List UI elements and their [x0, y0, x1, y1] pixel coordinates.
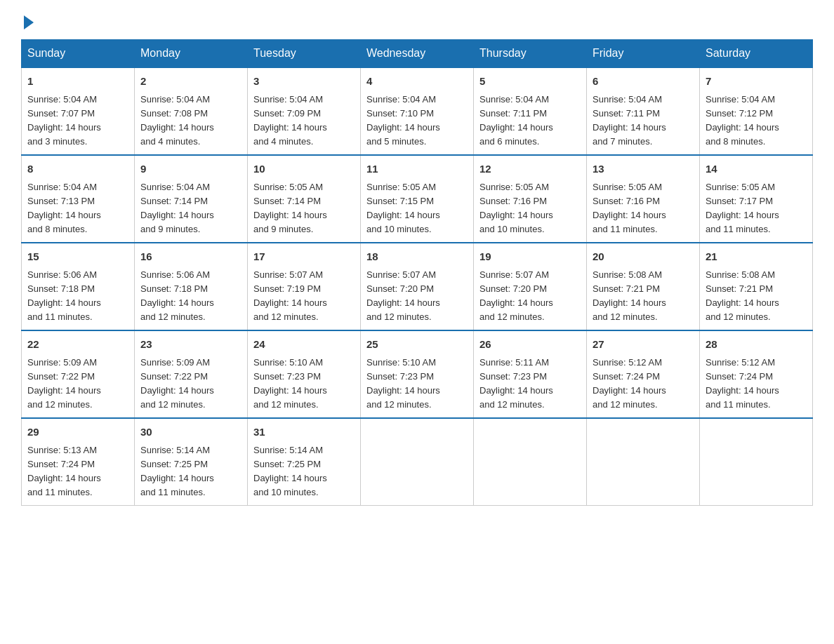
day-number: 19 — [479, 249, 581, 265]
calendar-cell: 2 Sunrise: 5:04 AMSunset: 7:08 PMDayligh… — [135, 67, 248, 155]
day-number: 25 — [366, 337, 468, 353]
day-info: Sunrise: 5:12 AMSunset: 7:24 PMDaylight:… — [593, 357, 666, 410]
calendar-cell: 25 Sunrise: 5:10 AMSunset: 7:23 PMDaylig… — [361, 330, 474, 418]
day-info: Sunrise: 5:05 AMSunset: 7:16 PMDaylight:… — [593, 182, 666, 234]
day-info: Sunrise: 5:08 AMSunset: 7:21 PMDaylight:… — [706, 269, 779, 322]
day-number: 17 — [253, 249, 355, 265]
calendar-cell: 15 Sunrise: 5:06 AMSunset: 7:18 PMDaylig… — [22, 243, 135, 330]
day-number: 23 — [140, 337, 241, 353]
day-info: Sunrise: 5:07 AMSunset: 7:20 PMDaylight:… — [479, 269, 553, 322]
calendar-cell: 24 Sunrise: 5:10 AMSunset: 7:23 PMDaylig… — [248, 330, 361, 418]
calendar-cell: 7 Sunrise: 5:04 AMSunset: 7:12 PMDayligh… — [700, 67, 813, 155]
calendar-cell: 20 Sunrise: 5:08 AMSunset: 7:21 PMDaylig… — [587, 243, 700, 330]
day-info: Sunrise: 5:14 AMSunset: 7:25 PMDaylight:… — [253, 445, 327, 497]
day-info: Sunrise: 5:09 AMSunset: 7:22 PMDaylight:… — [140, 357, 214, 410]
day-number: 18 — [366, 249, 468, 265]
calendar-cell: 8 Sunrise: 5:04 AMSunset: 7:13 PMDayligh… — [22, 155, 135, 243]
calendar-cell — [361, 418, 474, 506]
day-info: Sunrise: 5:07 AMSunset: 7:20 PMDaylight:… — [366, 269, 440, 322]
col-header-monday: Monday — [135, 40, 248, 68]
calendar-week-row: 15 Sunrise: 5:06 AMSunset: 7:18 PMDaylig… — [22, 243, 813, 330]
day-number: 7 — [706, 74, 807, 90]
day-info: Sunrise: 5:04 AMSunset: 7:13 PMDaylight:… — [27, 182, 101, 234]
calendar-cell — [587, 418, 700, 506]
day-info: Sunrise: 5:09 AMSunset: 7:22 PMDaylight:… — [27, 357, 101, 410]
day-info: Sunrise: 5:14 AMSunset: 7:25 PMDaylight:… — [140, 445, 214, 497]
day-number: 21 — [706, 249, 807, 265]
day-number: 24 — [253, 337, 355, 353]
col-header-thursday: Thursday — [474, 40, 587, 68]
calendar-cell: 27 Sunrise: 5:12 AMSunset: 7:24 PMDaylig… — [587, 330, 700, 418]
calendar-week-row: 29 Sunrise: 5:13 AMSunset: 7:24 PMDaylig… — [22, 418, 813, 506]
calendar-cell: 6 Sunrise: 5:04 AMSunset: 7:11 PMDayligh… — [587, 67, 700, 155]
calendar-week-row: 22 Sunrise: 5:09 AMSunset: 7:22 PMDaylig… — [22, 330, 813, 418]
calendar-cell: 23 Sunrise: 5:09 AMSunset: 7:22 PMDaylig… — [135, 330, 248, 418]
calendar-cell: 18 Sunrise: 5:07 AMSunset: 7:20 PMDaylig… — [361, 243, 474, 330]
day-number: 27 — [593, 337, 694, 353]
day-number: 6 — [593, 74, 694, 90]
day-number: 9 — [140, 161, 241, 177]
day-number: 13 — [593, 161, 694, 177]
calendar-cell — [474, 418, 587, 506]
page-header — [21, 14, 813, 27]
calendar-cell: 21 Sunrise: 5:08 AMSunset: 7:21 PMDaylig… — [700, 243, 813, 330]
day-number: 22 — [27, 337, 128, 353]
day-info: Sunrise: 5:07 AMSunset: 7:19 PMDaylight:… — [253, 269, 327, 322]
calendar-week-row: 1 Sunrise: 5:04 AMSunset: 7:07 PMDayligh… — [22, 67, 813, 155]
day-number: 20 — [593, 249, 694, 265]
day-number: 1 — [27, 74, 128, 90]
col-header-friday: Friday — [587, 40, 700, 68]
calendar-cell: 22 Sunrise: 5:09 AMSunset: 7:22 PMDaylig… — [22, 330, 135, 418]
calendar-cell: 28 Sunrise: 5:12 AMSunset: 7:24 PMDaylig… — [700, 330, 813, 418]
day-info: Sunrise: 5:10 AMSunset: 7:23 PMDaylight:… — [253, 357, 327, 410]
calendar-cell: 26 Sunrise: 5:11 AMSunset: 7:23 PMDaylig… — [474, 330, 587, 418]
day-number: 15 — [27, 249, 128, 265]
day-number: 5 — [479, 74, 581, 90]
calendar-cell: 29 Sunrise: 5:13 AMSunset: 7:24 PMDaylig… — [22, 418, 135, 506]
col-header-tuesday: Tuesday — [248, 40, 361, 68]
logo-arrow-icon — [24, 15, 34, 29]
day-info: Sunrise: 5:05 AMSunset: 7:14 PMDaylight:… — [253, 182, 327, 234]
day-number: 28 — [706, 337, 807, 353]
day-info: Sunrise: 5:04 AMSunset: 7:11 PMDaylight:… — [593, 94, 666, 147]
day-number: 10 — [253, 161, 355, 177]
day-info: Sunrise: 5:12 AMSunset: 7:24 PMDaylight:… — [706, 357, 779, 410]
calendar-cell: 9 Sunrise: 5:04 AMSunset: 7:14 PMDayligh… — [135, 155, 248, 243]
day-info: Sunrise: 5:13 AMSunset: 7:24 PMDaylight:… — [27, 445, 101, 497]
calendar-table: SundayMondayTuesdayWednesdayThursdayFrid… — [21, 39, 813, 506]
day-number: 16 — [140, 249, 241, 265]
col-header-wednesday: Wednesday — [361, 40, 474, 68]
day-number: 4 — [366, 74, 468, 90]
col-header-sunday: Sunday — [22, 40, 135, 68]
day-number: 8 — [27, 161, 128, 177]
calendar-cell: 17 Sunrise: 5:07 AMSunset: 7:19 PMDaylig… — [248, 243, 361, 330]
day-number: 2 — [140, 74, 241, 90]
day-info: Sunrise: 5:04 AMSunset: 7:08 PMDaylight:… — [140, 94, 214, 147]
day-info: Sunrise: 5:04 AMSunset: 7:14 PMDaylight:… — [140, 182, 214, 234]
day-info: Sunrise: 5:04 AMSunset: 7:11 PMDaylight:… — [479, 94, 553, 147]
day-info: Sunrise: 5:08 AMSunset: 7:21 PMDaylight:… — [593, 269, 666, 322]
day-info: Sunrise: 5:05 AMSunset: 7:16 PMDaylight:… — [479, 182, 553, 234]
logo — [21, 14, 34, 27]
day-info: Sunrise: 5:04 AMSunset: 7:12 PMDaylight:… — [706, 94, 779, 147]
calendar-cell — [700, 418, 813, 506]
calendar-cell: 12 Sunrise: 5:05 AMSunset: 7:16 PMDaylig… — [474, 155, 587, 243]
calendar-cell: 1 Sunrise: 5:04 AMSunset: 7:07 PMDayligh… — [22, 67, 135, 155]
calendar-cell: 19 Sunrise: 5:07 AMSunset: 7:20 PMDaylig… — [474, 243, 587, 330]
calendar-cell: 5 Sunrise: 5:04 AMSunset: 7:11 PMDayligh… — [474, 67, 587, 155]
day-info: Sunrise: 5:10 AMSunset: 7:23 PMDaylight:… — [366, 357, 440, 410]
calendar-cell: 4 Sunrise: 5:04 AMSunset: 7:10 PMDayligh… — [361, 67, 474, 155]
col-header-saturday: Saturday — [700, 40, 813, 68]
calendar-cell: 14 Sunrise: 5:05 AMSunset: 7:17 PMDaylig… — [700, 155, 813, 243]
calendar-cell: 11 Sunrise: 5:05 AMSunset: 7:15 PMDaylig… — [361, 155, 474, 243]
calendar-cell: 31 Sunrise: 5:14 AMSunset: 7:25 PMDaylig… — [248, 418, 361, 506]
calendar-cell: 30 Sunrise: 5:14 AMSunset: 7:25 PMDaylig… — [135, 418, 248, 506]
calendar-cell: 10 Sunrise: 5:05 AMSunset: 7:14 PMDaylig… — [248, 155, 361, 243]
day-number: 14 — [706, 161, 807, 177]
day-info: Sunrise: 5:06 AMSunset: 7:18 PMDaylight:… — [27, 269, 101, 322]
calendar-header-row: SundayMondayTuesdayWednesdayThursdayFrid… — [22, 40, 813, 68]
calendar-cell: 13 Sunrise: 5:05 AMSunset: 7:16 PMDaylig… — [587, 155, 700, 243]
day-number: 31 — [253, 424, 355, 441]
day-number: 12 — [479, 161, 581, 177]
calendar-cell: 16 Sunrise: 5:06 AMSunset: 7:18 PMDaylig… — [135, 243, 248, 330]
